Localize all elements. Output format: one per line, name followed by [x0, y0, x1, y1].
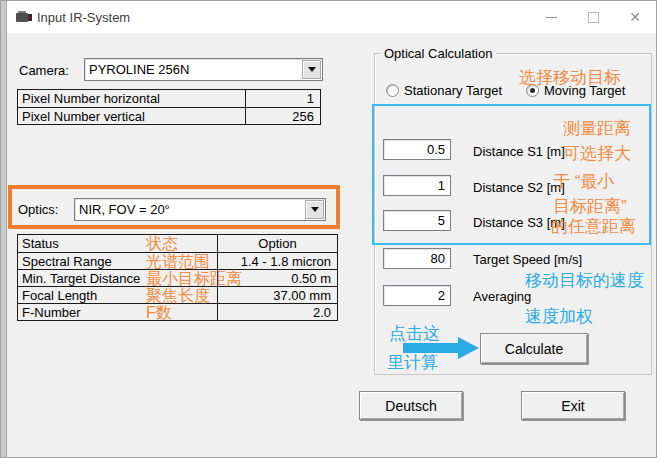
chevron-down-icon [311, 207, 319, 212]
target-speed-label: Target Speed [m/s] [473, 252, 582, 267]
pixel-vertical-value: 256 [245, 108, 320, 124]
calculate-button[interactable]: Calculate [480, 333, 588, 364]
stationary-target-radio[interactable]: Stationary Target [386, 83, 502, 98]
arrow-icon [403, 343, 459, 353]
window-frame-edge [1, 1, 7, 457]
click-here-annotation-2: 里计算 [387, 351, 438, 374]
averaging-annotation: 速度加权 [525, 305, 593, 328]
maximize-icon [588, 12, 599, 23]
distance-s2-label: Distance S2 [m] [473, 180, 565, 195]
distance-note-annotation-4: 的任意距离 [551, 215, 636, 238]
exit-button-label: Exit [561, 398, 584, 414]
deutsch-button[interactable]: Deutsch [359, 391, 463, 420]
title-bar[interactable]: Input IR-System ✕ [1, 1, 656, 33]
exit-button[interactable]: Exit [521, 391, 625, 420]
select-moving-annotation: 选择移动目标 [519, 66, 621, 89]
optics-combobox[interactable]: NIR, FOV = 20° [74, 198, 326, 221]
chevron-down-icon [308, 67, 316, 72]
distance-note-annotation-2: 于 “最小 [553, 170, 614, 193]
camera-combobox-value: PYROLINE 256N [85, 60, 301, 79]
min-target-distance-value: 0.50 m [217, 270, 337, 286]
f-number-value: 2.0 [217, 304, 337, 320]
spectral-range-label: Spectral Range [18, 253, 217, 269]
stationary-target-label: Stationary Target [404, 83, 502, 98]
click-here-annotation-1: 点击这 [389, 322, 440, 345]
spectral-range-value: 1.4 - 1.8 micron [217, 253, 337, 269]
averaging-label: Averaging [473, 289, 531, 304]
table-row: Status 状态 Option [18, 235, 337, 252]
distance-note-annotation-1: 可选择大 [563, 142, 631, 165]
pixel-horizontal-value: 1 [245, 90, 320, 107]
optics-combobox-value: NIR, FOV = 20° [75, 200, 304, 219]
table-row: F-Number F数 2.0 [18, 303, 337, 320]
f-number-label: F-Number [18, 304, 217, 320]
group-title: Optical Calculation [380, 46, 496, 61]
distance-s1-input[interactable] [383, 139, 451, 160]
minimize-button[interactable] [530, 1, 572, 33]
target-speed-input[interactable] [383, 248, 451, 269]
focal-length-label: Focal Length [18, 287, 217, 303]
table-row: Pixel Number vertical 256 [18, 107, 320, 124]
optics-combobox-dropdown-button[interactable] [305, 200, 324, 219]
radio-icon [386, 84, 399, 97]
camera-icon [16, 10, 33, 24]
camera-combobox[interactable]: PYROLINE 256N [84, 58, 323, 81]
camera-label: Camera: [19, 63, 69, 78]
calculate-button-label: Calculate [505, 341, 563, 357]
dialog-input-ir-system: Input IR-System ✕ Camera: PYROLINE 256N … [0, 0, 657, 458]
status-header-label: Status [18, 235, 217, 252]
pixel-table: Pixel Number horizontal 1 Pixel Number v… [17, 89, 321, 125]
window-controls: ✕ [530, 1, 656, 33]
averaging-input[interactable] [383, 285, 451, 306]
table-row: Focal Length 聚焦长度 37.00 mm [18, 286, 337, 303]
target-speed-annotation: 移动目标的速度 [525, 269, 644, 292]
deutsch-button-label: Deutsch [385, 398, 436, 414]
optics-label: Optics: [18, 202, 58, 217]
distance-s1-label: Distance S1 [m] [473, 144, 565, 159]
maximize-button[interactable] [572, 1, 614, 33]
distance-s3-input[interactable] [383, 210, 451, 231]
close-icon: ✕ [629, 10, 641, 24]
camera-combobox-dropdown-button[interactable] [302, 60, 321, 79]
pixel-vertical-label: Pixel Number vertical [18, 108, 245, 124]
distance-s2-input[interactable] [383, 175, 451, 196]
status-table: Status 状态 Option Spectral Range 光谱范围 1.4… [17, 234, 338, 321]
pixel-horizontal-label: Pixel Number horizontal [18, 90, 245, 107]
arrow-head-icon [458, 337, 479, 359]
focal-length-value: 37.00 mm [217, 287, 337, 303]
window-title: Input IR-System [37, 10, 130, 25]
minimize-icon [546, 17, 557, 18]
measure-distance-annotation: 测量距离 [563, 117, 631, 140]
table-row: Spectral Range 光谱范围 1.4 - 1.8 micron [18, 252, 337, 269]
min-target-distance-label: Min. Target Distance [18, 270, 217, 286]
close-button[interactable]: ✕ [614, 1, 656, 33]
status-header-value: Option [217, 235, 337, 252]
table-row: Min. Target Distance 最小目标距离 0.50 m [18, 269, 337, 286]
table-row: Pixel Number horizontal 1 [18, 90, 320, 107]
